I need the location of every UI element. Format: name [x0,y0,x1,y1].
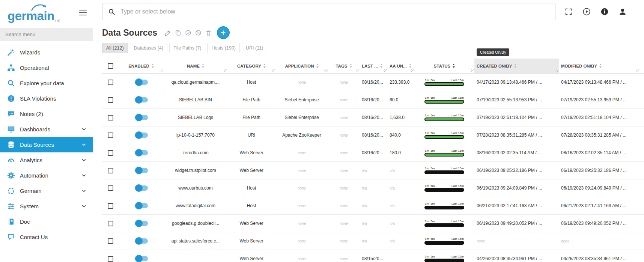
column-resize-handle[interactable] [555,69,558,72]
copy-icon[interactable] [174,29,182,37]
column-resize-handle[interactable] [636,69,639,72]
column-resize-handle[interactable] [471,69,474,72]
table-row[interactable]: zerodha.comWeb Servernonenone08/16/20...… [102,144,644,162]
tab-file-paths-7[interactable]: File Paths (7) [169,43,205,53]
row-checkbox[interactable] [108,221,113,226]
column-header-tags[interactable]: TAGS [328,59,360,73]
global-search[interactable] [102,3,555,20]
sidebar-item-system[interactable]: System [0,199,93,214]
sidebar-item-automation[interactable]: Automation [0,168,93,183]
enabled-toggle[interactable] [135,238,148,244]
table-row[interactable]: ip-10-0-1-157:7070URIApache ZooKeepernon… [102,126,644,144]
info-icon[interactable] [600,8,609,16]
column-resize-handle[interactable] [384,69,387,72]
row-name: www.ourbus.com [178,185,212,191]
search-icon [7,79,15,87]
row-modified-on-by: 07/19/2023 02:55:13.953 PM / ... [561,97,627,102]
enabled-toggle[interactable] [135,80,148,85]
sidebar-item-explore-your-data[interactable]: Explore your data [0,75,93,91]
sidebar-item-dashboards[interactable]: Dashboards [0,122,93,137]
sidebar-item-label: Wizards [20,49,40,56]
table-row[interactable]: Web Servernonenone08/15/20...1m5mLast 15… [102,250,644,262]
table-row[interactable]: SIEBELLAB LogsFile PathSiebel Enterprise… [102,109,644,126]
column-resize-handle[interactable] [272,69,275,72]
play-circle-icon[interactable] [582,8,591,16]
row-last: 08/16/20... [362,150,383,155]
row-checkbox[interactable] [108,133,113,138]
column-header-aa-un[interactable]: AA UN... [387,59,414,73]
column-resize-handle[interactable] [224,69,227,72]
ban-icon[interactable] [194,29,202,37]
enabled-toggle[interactable] [135,168,148,173]
chevron-down-icon [81,126,87,132]
tab-all-212[interactable]: All (212) [102,43,128,53]
logo-sub: ux [55,18,60,23]
column-header-application[interactable]: APPLICATION [275,59,328,73]
check-circle-icon[interactable] [184,29,192,37]
table-row[interactable]: widget.trustpilot.comWeb Servernonenonen… [102,162,644,179]
column-resize-handle[interactable] [324,69,328,72]
select-all-checkbox[interactable] [108,63,113,69]
column-header-enabled[interactable]: ENABLED [119,59,164,73]
fullscreen-icon[interactable] [564,8,573,16]
sidebar-item-sla-violations[interactable]: SLA Violations [0,91,93,106]
table-row[interactable]: qa.cloud.germainapm....Hostnonenone08/16… [102,74,644,91]
user-icon[interactable] [618,8,627,16]
enabled-toggle[interactable] [135,115,148,120]
column-header-modified-on-by[interactable]: MODIFIED ON/BY [559,59,639,73]
row-checkbox[interactable] [108,256,113,262]
column-header-status[interactable]: STATUS [414,59,474,73]
sidebar-item-doc[interactable]: Doc [0,214,93,229]
enabled-toggle[interactable] [135,133,148,138]
row-checkbox[interactable] [108,150,113,156]
row-checkbox[interactable] [108,115,113,120]
enabled-toggle[interactable] [135,221,148,226]
status-sparkline: 1m5mLast 15m [424,131,464,139]
row-checkbox[interactable] [108,97,113,103]
status-sparkline: 1m5mLast 15m [424,149,464,157]
table-row[interactable]: googleads.g.doublecli...Web Servernoneno… [102,215,644,232]
column-resize-handle[interactable] [411,69,414,72]
tab-hosts-190[interactable]: Hosts (190) [207,43,240,53]
row-created-on-by: 06/21/2023 02:17:41.163 AM / ... [477,203,542,208]
table-body: qa.cloud.germainapm....Hostnonenone08/16… [102,74,644,262]
row-last: 08/15/20... [362,256,383,261]
row-checkbox[interactable] [108,203,113,209]
sidebar-search-input[interactable] [0,28,93,41]
enabled-toggle[interactable] [135,185,148,191]
column-resize-handle[interactable] [356,69,359,72]
column-header-last[interactable]: LAST ... [360,59,387,73]
tab-databases-4[interactable]: Databases (4) [130,43,168,53]
table-row[interactable]: SIEBELLAB BINFile PathSiebel Enterprisen… [102,91,644,109]
table-row[interactable]: www.ourbus.comHostnonenonen/an/a1m5mLast… [102,179,644,197]
sidebar-item-analytics[interactable]: Analytics [0,152,93,168]
column-resize-handle[interactable] [160,69,163,72]
column-header-category[interactable]: CATEGORY [227,59,275,73]
sidebar-item-data-sources[interactable]: Data Sources [0,137,93,152]
column-header-created-on-by[interactable]: CREATED ON/BY [474,59,559,73]
menu-icon[interactable] [79,10,87,15]
edit-icon[interactable] [164,29,172,37]
enabled-toggle[interactable] [135,97,148,102]
enabled-toggle[interactable] [135,150,148,155]
row-checkbox[interactable] [108,80,113,85]
sidebar-item-contact-us[interactable]: Contact Us [0,229,93,245]
row-checkbox[interactable] [108,185,113,191]
row-checkbox[interactable] [108,168,113,173]
table-row[interactable]: api.status.salesforce.c...Web Servernone… [102,232,644,250]
sidebar-item-notes-2[interactable]: Notes (2) [0,106,93,122]
global-search-input[interactable] [120,8,549,15]
enabled-toggle[interactable] [135,203,148,208]
sidebar-item-operational[interactable]: Operational [0,60,93,75]
trash-icon[interactable] [205,29,212,37]
tab-uri-11[interactable]: URI (11) [242,43,267,53]
enabled-toggle[interactable] [135,256,148,261]
row-aa-units: n/a [390,186,395,190]
column-header-name[interactable]: NAME [164,59,227,73]
sidebar-item-wizards[interactable]: Wizards [0,45,93,60]
sidebar-item-germain[interactable]: Germain [0,183,93,199]
column-label: CREATED ON/BY [477,64,512,68]
table-row[interactable]: www.tatadigital.comHostnonenonen/an/a1m5… [102,197,644,215]
add-icon[interactable] [217,26,230,39]
row-checkbox[interactable] [108,238,113,244]
